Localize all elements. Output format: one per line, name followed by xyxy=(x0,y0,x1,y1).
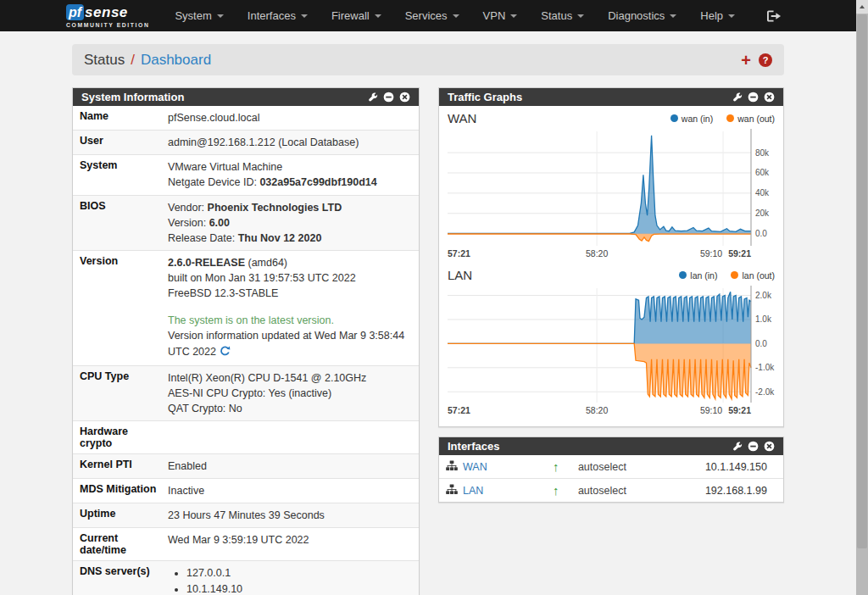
svg-text:60k: 60k xyxy=(755,168,770,177)
panel-settings-icon[interactable] xyxy=(733,92,743,102)
pfsense-logo[interactable]: pf sense COMMUNITY EDITION xyxy=(66,4,149,28)
scrollbar-thumb[interactable] xyxy=(857,14,867,548)
svg-text:57:21: 57:21 xyxy=(448,248,470,259)
system-info-tbody: NamepfSense.cloud.localUseradmin@192.168… xyxy=(73,106,419,595)
nav-item-label: VPN xyxy=(483,9,506,22)
sysinfo-text: built on Mon Jan 31 19:57:53 UTC 2022 xyxy=(168,272,356,284)
sysinfo-row: Hardware crypto xyxy=(73,421,419,454)
nav-item-firewall[interactable]: Firewall xyxy=(320,0,393,31)
nav-item-status[interactable]: Status xyxy=(529,0,596,31)
sysinfo-text: Vendor: xyxy=(168,202,208,214)
legend-item: lan (out) xyxy=(731,270,775,281)
sysinfo-label: User xyxy=(73,131,168,155)
add-widget-icon[interactable]: + xyxy=(741,53,751,68)
sysinfo-label: System xyxy=(73,155,168,195)
refresh-icon[interactable] xyxy=(220,346,231,361)
interfaces-title: Interfaces xyxy=(448,440,499,453)
system-info-table: NamepfSense.cloud.localUseradmin@192.168… xyxy=(73,106,419,595)
sysinfo-text: VMware Virtual Machine xyxy=(168,161,282,173)
sysinfo-row: BIOSVendor: Phoenix Technologies LTDVers… xyxy=(73,195,419,250)
breadcrumb-separator: / xyxy=(131,52,135,69)
sysinfo-row: MDS MitigationInactive xyxy=(73,479,419,503)
lan-chart-svg: 2.0k1.0k0.0-1.0k-2.0k57:2158:2059:1059:2… xyxy=(448,284,775,416)
legend-item: lan (in) xyxy=(679,270,717,281)
sysinfo-value: pfSense.cloud.local xyxy=(168,106,419,131)
sysinfo-value: Enabled xyxy=(168,454,419,479)
sysinfo-value: 23 Hours 47 Minutes 39 Seconds xyxy=(168,503,419,528)
sysinfo-text: Phoenix Technologies LTD xyxy=(208,202,342,214)
sysinfo-label: CPU Type xyxy=(73,365,168,420)
sysinfo-row: Current date/timeWed Mar 9 3:59:19 UTC 2… xyxy=(73,528,419,561)
panel-minimize-icon[interactable] xyxy=(748,441,759,452)
legend-dot-icon xyxy=(726,114,734,122)
sysinfo-label: BIOS xyxy=(73,195,168,250)
panel-minimize-icon[interactable] xyxy=(748,92,759,103)
nav-item-system[interactable]: System xyxy=(163,0,235,31)
sysinfo-label: DNS server(s) xyxy=(73,561,168,595)
panel-close-icon[interactable] xyxy=(764,441,775,452)
nav-item-help[interactable]: Help xyxy=(688,0,747,31)
sysinfo-text: The system is on the latest version. xyxy=(168,314,334,326)
sysinfo-text: Version information updated at Wed Mar 9… xyxy=(168,330,404,357)
dns-server-list: 127.0.0.110.1.149.101.1.1.18.8.8.8 xyxy=(168,565,412,595)
interface-link-wan[interactable]: WAN xyxy=(463,461,487,473)
sysinfo-text: pfSense.cloud.local xyxy=(168,112,259,124)
help-icon[interactable]: ? xyxy=(759,53,772,67)
minimize-icon xyxy=(748,92,759,103)
panel-settings-icon[interactable] xyxy=(369,92,378,102)
wrench-icon xyxy=(733,442,743,451)
nav-item-label: Help xyxy=(700,9,723,22)
panel-settings-icon[interactable] xyxy=(733,442,743,451)
sitemap-icon xyxy=(446,460,458,474)
sysinfo-text: admin@192.168.1.212 (Local Database) xyxy=(168,136,359,148)
lan-chart-title: LAN xyxy=(448,268,472,282)
interface-media: autoselect xyxy=(571,479,698,503)
nav-item-diagnostics[interactable]: Diagnostics xyxy=(596,0,688,31)
panel-minimize-icon[interactable] xyxy=(383,92,394,103)
wan-chart-svg: 80k60k40k20k0.057:2158:2059:1059:21 xyxy=(448,127,775,259)
chevron-down-icon xyxy=(577,14,584,18)
wan-chart-title: WAN xyxy=(448,111,476,125)
sysinfo-text: Intel(R) Xeon(R) CPU D-1541 @ 2.10GHz xyxy=(168,372,366,384)
sysinfo-label: Current date/time xyxy=(73,528,168,561)
panel-close-icon[interactable] xyxy=(764,92,775,103)
sysinfo-value: 2.6.0-RELEASE (amd64)built on Mon Jan 31… xyxy=(168,250,419,365)
nav-item-vpn[interactable]: VPN xyxy=(471,0,530,31)
sitemap-icon xyxy=(446,484,458,498)
chevron-down-icon xyxy=(728,14,735,18)
scroll-up-button[interactable] xyxy=(856,0,868,14)
sysinfo-text: Version: xyxy=(168,217,209,229)
nav-item-interfaces[interactable]: Interfaces xyxy=(236,0,320,31)
vertical-scrollbar[interactable] xyxy=(856,0,868,595)
close-icon xyxy=(764,92,775,103)
svg-text:20k: 20k xyxy=(755,209,770,218)
sysinfo-text: Netgate Device ID: xyxy=(168,176,259,188)
lan-traffic-chart: LAN lan (in)lan (out) 2.0k1.0k0.0-1.0k-2… xyxy=(448,268,775,420)
sysinfo-value: Intel(R) Xeon(R) CPU D-1541 @ 2.10GHzAES… xyxy=(168,365,419,420)
minimize-icon xyxy=(383,92,394,103)
svg-text:58:20: 58:20 xyxy=(586,405,608,415)
sysinfo-row: Kernel PTIEnabled xyxy=(73,454,419,479)
interface-ip: 10.1.149.150 xyxy=(698,455,783,479)
sysinfo-row: DNS server(s)127.0.0.110.1.149.101.1.1.1… xyxy=(73,561,419,595)
sign-out-icon[interactable] xyxy=(767,10,782,22)
chevron-down-icon xyxy=(510,14,517,18)
legend-dot-icon xyxy=(731,271,738,279)
traffic-graphs-panel: Traffic Graphs WAN wan (in)wan (out) 80k… xyxy=(438,87,784,427)
dns-server-item: 10.1.149.10 xyxy=(186,581,412,595)
svg-text:59:10: 59:10 xyxy=(700,405,722,415)
chevron-down-icon xyxy=(301,14,308,18)
sysinfo-text: FreeBSD 12.3-STABLE xyxy=(168,287,278,299)
nav-item-label: Firewall xyxy=(331,9,370,22)
interface-link-lan[interactable]: LAN xyxy=(463,485,483,497)
sysinfo-value: Vendor: Phoenix Technologies LTDVersion:… xyxy=(168,195,419,250)
sysinfo-value: Wed Mar 9 3:59:19 UTC 2022 xyxy=(168,528,419,561)
sysinfo-row: CPU TypeIntel(R) Xeon(R) CPU D-1541 @ 2.… xyxy=(73,365,419,420)
breadcrumb-page-link[interactable]: Dashboard xyxy=(141,52,211,69)
sysinfo-text: 2.6.0-RELEASE xyxy=(168,257,245,269)
panel-close-icon[interactable] xyxy=(399,92,410,103)
interfaces-table: WAN↑autoselect10.1.149.150LAN↑autoselect… xyxy=(439,455,783,502)
nav-item-services[interactable]: Services xyxy=(393,0,471,31)
svg-text:-2.0k: -2.0k xyxy=(755,387,775,397)
sysinfo-label: Hardware crypto xyxy=(73,421,168,454)
